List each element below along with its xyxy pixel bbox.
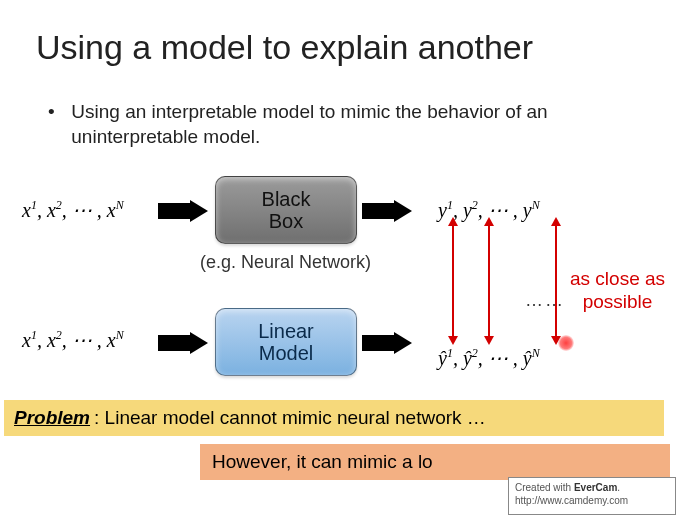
arrow-icon (158, 200, 208, 222)
outputs-ytilde: ŷ1, ŷ2, ⋯ , ŷN (438, 346, 540, 370)
arrow-icon (362, 332, 412, 354)
watermark: Created with EverCam. http://www.camdemy… (508, 477, 676, 515)
arrow-icon (158, 332, 208, 354)
linear-model-label: Linear Model (258, 320, 314, 364)
black-box-label: Black Box (262, 188, 311, 232)
slide: Using a model to explain another • Using… (0, 0, 680, 519)
problem-text: : Linear model cannot mimic neural netwo… (94, 407, 486, 429)
bullet-item: • Using an interpretable model to mimic … (48, 100, 608, 149)
watermark-line1: Created with EverCam. (515, 481, 669, 494)
bullet-text: Using an interpretable model to mimic th… (71, 100, 601, 149)
arrow-icon (362, 200, 412, 222)
inputs-bottom: x1, x2, ⋯ , xN (22, 328, 124, 352)
close-as-possible-label: as close as possible (570, 268, 665, 314)
watermark-line2: http://www.camdemy.com (515, 494, 669, 507)
compare-arrow-icon (452, 225, 454, 337)
however-callout: However, it can mimic a lo (200, 444, 670, 480)
bullet-dot: • (48, 100, 66, 125)
linear-model-box: Linear Model (215, 308, 357, 376)
laser-pointer-icon (558, 335, 574, 351)
neural-network-caption: (e.g. Neural Network) (200, 252, 371, 273)
however-text: However, it can mimic a lo (212, 451, 433, 473)
inputs-top: x1, x2, ⋯ , xN (22, 198, 124, 222)
ellipsis: …… (525, 290, 565, 311)
problem-callout: Problem : Linear model cannot mimic neur… (4, 400, 664, 436)
black-box: Black Box (215, 176, 357, 244)
slide-title: Using a model to explain another (36, 28, 533, 67)
compare-arrow-icon (555, 225, 557, 337)
compare-arrow-icon (488, 225, 490, 337)
problem-label: Problem (14, 407, 90, 429)
